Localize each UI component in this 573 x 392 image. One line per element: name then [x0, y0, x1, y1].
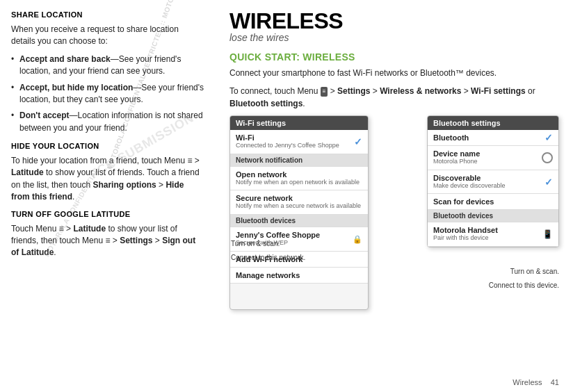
- footer-page: 41: [551, 378, 559, 386]
- right-panel: WIRELESS lose the wires QUICK START: WIR…: [216, 0, 573, 392]
- connect-network-label: Connect to this network.: [231, 254, 305, 261]
- wifi-row: Wi-Fi Connected to Jenny's Coffee Shoppe…: [230, 130, 368, 154]
- open-network-title: Open network: [236, 170, 362, 179]
- option-bold: Accept, but hide my location: [19, 83, 133, 92]
- bt-title: Bluetooth: [433, 133, 553, 142]
- turn-on-scan-label1: Turn on & scan.: [231, 240, 280, 247]
- page-footer: Wireless 41: [513, 378, 559, 386]
- list-item: Accept and share back—See your friend's …: [11, 54, 204, 78]
- share-location-title: SHARE LOCATION: [11, 10, 204, 21]
- network-notification-header: Network notification: [230, 154, 368, 167]
- discoverable-checkmark: ✓: [544, 177, 553, 188]
- manage-networks-row[interactable]: Manage networks: [230, 268, 368, 284]
- scan-label: Scan for devices: [433, 197, 553, 206]
- jennys-title: Jenny's Coffee Shoppe: [236, 231, 362, 239]
- share-options-list: Accept and share back—See your friend's …: [11, 54, 204, 134]
- manage-networks-label: Manage networks: [236, 271, 362, 279]
- footer-label: Wireless: [513, 378, 542, 386]
- device-name-row: Device name Motorola Phone: [428, 146, 558, 170]
- motorola-handset-sub: Pair with this device: [433, 234, 553, 243]
- secure-network-title: Secure network: [236, 194, 362, 202]
- secure-network-row: Secure network Notify me when a secure n…: [230, 190, 368, 215]
- phone-icon: 📱: [542, 229, 553, 239]
- wifi-panel: Wi-Fi settings Wi-Fi Connected to Jenny'…: [229, 115, 369, 310]
- open-network-sub: Notify me when an open network is availa…: [236, 179, 362, 187]
- discoverable-row: Discoverable Make device discoverable ✓: [428, 170, 558, 195]
- bt-checkmark: ✓: [544, 132, 553, 143]
- bt-panel-header: Bluetooth settings: [428, 116, 558, 130]
- quick-start-desc2: To connect, touch Menu ≡ > Settings > Wi…: [229, 85, 559, 110]
- connect-device-label: Connect to this device.: [489, 281, 559, 289]
- hide-location-title: HIDE YOUR LOCATION: [11, 141, 204, 152]
- hide-location-text: To hide your location from a friend, tou…: [11, 155, 204, 204]
- turn-off-text: Touch Menu ≡ > Latitude to show your lis…: [11, 223, 204, 259]
- open-network-row: Open network Notify me when an open netw…: [230, 167, 368, 191]
- quick-start-desc1: Connect your smartphone to fast Wi-Fi ne…: [229, 67, 559, 79]
- option-bold: Don't accept: [19, 111, 70, 120]
- device-name-sub: Motorola Phone: [433, 158, 553, 166]
- left-panel: SHARE LOCATION When you receive a reques…: [0, 0, 216, 375]
- turn-on-scan-label2: Turn on & scan.: [510, 268, 559, 275]
- turn-off-title: TURN OFF GOOGLE LATITUDE: [11, 209, 204, 220]
- share-location-intro: When you receive a request to share loca…: [11, 24, 204, 48]
- wireless-title: WIRELESS: [229, 10, 559, 32]
- wifi-title: Wi-Fi: [236, 133, 362, 142]
- bt-devices-header: Bluetooth devices: [428, 210, 558, 222]
- list-item: Don't accept—Location information is not…: [11, 110, 204, 134]
- option-bold: Accept and share back: [19, 54, 111, 64]
- discoverable-sub: Make device discoverable: [433, 182, 553, 190]
- bt-bluetooth-row: Bluetooth ✓: [428, 130, 558, 146]
- quick-start-title: QUICK START: WIRELESS: [229, 51, 559, 63]
- circle-icon: [542, 152, 553, 163]
- secure-network-sub: Notify me when a secure network is avail…: [236, 202, 362, 211]
- motorola-handset-row: Motorola Handset Pair with this device 📱: [428, 222, 558, 247]
- device-name-title: Device name: [433, 149, 553, 158]
- ui-panels-container: Wi-Fi settings Wi-Fi Connected to Jenny'…: [229, 115, 559, 310]
- scan-row[interactable]: Scan for devices: [428, 194, 558, 210]
- discoverable-title: Discoverable: [433, 174, 553, 182]
- lock-icon: 🔒: [353, 234, 362, 243]
- wifi-sub: Connected to Jenny's Coffee Shoppe: [236, 142, 362, 150]
- wireless-subtitle: lose the wires: [229, 32, 559, 43]
- bluetooth-devices-header: Bluetooth devices: [230, 215, 368, 227]
- bt-panel: Bluetooth settings Bluetooth ✓ Device na…: [427, 115, 559, 247]
- wifi-panel-header: Wi-Fi settings: [230, 116, 368, 130]
- wifi-checkmark: ✓: [354, 136, 362, 147]
- list-item: Accept, but hide my location—See your fr…: [11, 82, 204, 106]
- motorola-handset-title: Motorola Handset: [433, 226, 553, 234]
